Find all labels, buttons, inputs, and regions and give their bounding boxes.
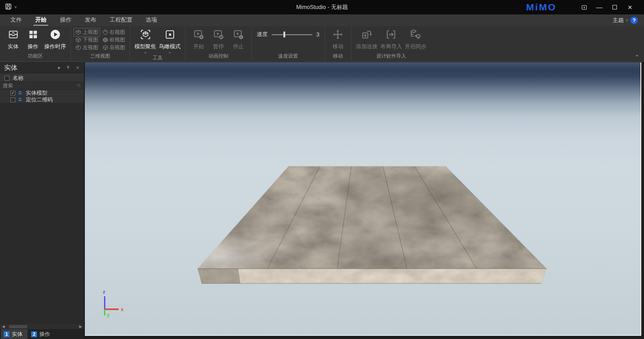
- name-header-row: 名称: [0, 74, 84, 82]
- minimize-button[interactable]: —: [592, 1, 607, 13]
- help-icon[interactable]: ?: [630, 17, 638, 24]
- quick-access-toolbar: ˅: [5, 3, 17, 12]
- group-label: 工具: [133, 54, 182, 63]
- group-label: 三维视图: [74, 52, 126, 61]
- name-header-label: 名称: [13, 74, 23, 82]
- move-button[interactable]: 移动: [328, 27, 348, 50]
- add-connection-button[interactable]: 添加连接: [355, 27, 379, 50]
- search-row: [0, 82, 84, 90]
- speed-label: 速度: [257, 31, 268, 38]
- select-all-checkbox[interactable]: [5, 76, 9, 81]
- enable-sync-button[interactable]: 开启同步: [403, 27, 428, 50]
- view-back-button[interactable]: 后视图: [101, 44, 127, 51]
- birdseye-mode-button[interactable]: 鸟瞰模式 ˅: [158, 27, 182, 54]
- move-arrows-icon: [332, 29, 343, 41]
- stop-badge-icon: [233, 29, 244, 41]
- maximize-button[interactable]: [607, 1, 622, 13]
- model-focus-button[interactable]: 模型聚焦 ˅: [133, 27, 158, 54]
- cube-icon: [75, 37, 81, 43]
- tree-item-label: 定位二维码: [26, 96, 53, 104]
- viewport-3d[interactable]: z x y: [85, 62, 641, 336]
- panel-tab-bar: 1 实体 2 操作: [0, 329, 84, 339]
- group-label: 设计软件导入: [355, 52, 428, 61]
- speed-slider-thumb[interactable]: [283, 32, 285, 37]
- birdseye-icon: [164, 29, 176, 41]
- tab-publish[interactable]: 发布: [78, 14, 103, 26]
- panel-dropdown-icon[interactable]: ▼: [57, 66, 61, 70]
- tab-home[interactable]: 开始: [28, 14, 53, 26]
- scroll-right-icon[interactable]: ▶: [77, 325, 84, 329]
- speed-value: 3: [316, 32, 320, 38]
- scroll-left-icon[interactable]: ◀: [0, 325, 7, 329]
- layout-import-icon: [385, 29, 397, 41]
- axis-gizmo: z x y: [97, 288, 125, 321]
- pin-icon[interactable]: [66, 65, 70, 71]
- cube-icon: [75, 45, 81, 50]
- ribbon-options-icon[interactable]: [576, 1, 592, 13]
- item-checkbox[interactable]: [10, 97, 15, 102]
- group-label: 动画控制: [189, 52, 248, 61]
- focus-cube-icon: [140, 29, 151, 41]
- group-function-area: 实体 操作 操作时序: [0, 26, 70, 61]
- speed-slider[interactable]: [272, 32, 312, 37]
- operation-panel-button[interactable]: 操作: [23, 27, 43, 50]
- ribbon-collapse-icon[interactable]: [635, 52, 639, 60]
- panel-tab-entity[interactable]: 1 实体: [1, 329, 28, 339]
- view-left-button[interactable]: 左视图: [74, 44, 100, 51]
- group-move: 移动 移动: [324, 26, 351, 61]
- view-front-button[interactable]: 前视图: [101, 36, 127, 44]
- tab-operation[interactable]: 操作: [53, 14, 78, 26]
- play-circle-icon: [50, 29, 61, 41]
- group-label: 移动: [328, 52, 348, 61]
- scrollbar-thumb[interactable]: [9, 325, 27, 328]
- search-icon: [77, 83, 81, 88]
- horizontal-scrollbar[interactable]: ◀ ▶: [0, 323, 84, 329]
- model-icon: [18, 90, 23, 96]
- cube-icon: [102, 29, 108, 35]
- axis-x-label: x: [121, 307, 124, 312]
- cube-icon: [75, 29, 81, 35]
- tab-project-config[interactable]: 工程配置: [103, 14, 139, 26]
- cube-icon: [102, 37, 108, 43]
- panel-close-icon[interactable]: [75, 65, 80, 71]
- save-icon[interactable]: [5, 3, 12, 12]
- group-label: 功能区: [3, 52, 67, 61]
- close-button[interactable]: ✕: [622, 1, 638, 13]
- menubar: 文件 开始 操作 发布 工程配置 选项 主题 ˅ ?: [0, 14, 644, 26]
- search-input[interactable]: [3, 83, 77, 88]
- play-badge-icon: [193, 29, 204, 41]
- view-bottom-button[interactable]: 下视图: [74, 36, 100, 44]
- slab-model[interactable]: [85, 63, 640, 335]
- model-icon: [18, 97, 23, 102]
- viewport-frame: z x y: [84, 62, 644, 339]
- view-right-button[interactable]: 右视图: [101, 28, 127, 36]
- axis-z-label: z: [103, 289, 105, 294]
- layout-import-button[interactable]: 布局导入: [379, 27, 403, 50]
- group-tools: 模型聚焦 ˅ 鸟瞰模式 ˅ 工具: [130, 26, 185, 61]
- qat-dropdown-icon[interactable]: ˅: [14, 5, 17, 9]
- group-animation-control: 开始 暂停: [185, 26, 251, 61]
- entity-drawer-icon: [8, 29, 19, 41]
- anim-stop-button[interactable]: 停止: [228, 27, 248, 50]
- pause-badge-icon: [213, 29, 224, 41]
- tree-item-locate-qrcode[interactable]: 定位二维码: [0, 96, 84, 103]
- anim-pause-button[interactable]: 暂停: [208, 27, 228, 50]
- theme-caret-icon[interactable]: ˅: [626, 18, 628, 23]
- add-connection-icon: [361, 29, 372, 41]
- tab-options[interactable]: 选项: [139, 14, 164, 26]
- entity-panel: 实体 ▼ 名称 ✓: [0, 62, 84, 339]
- grid-icon: [28, 29, 39, 41]
- entity-panel-button[interactable]: 实体: [3, 27, 23, 50]
- titlebar: ˅ MimoStudio - 无标题 MiMO — ✕: [0, 0, 644, 14]
- operation-sequence-button[interactable]: 操作时序: [43, 27, 67, 50]
- view-top-button[interactable]: 上视图: [74, 28, 100, 36]
- mimo-logo: MiMO: [526, 2, 556, 13]
- item-checkbox[interactable]: ✓: [10, 91, 15, 96]
- group-design-import: 添加连接 布局导入: [351, 26, 431, 61]
- theme-menu[interactable]: 主题: [613, 17, 624, 24]
- panel-tab-operation[interactable]: 2 操作: [28, 329, 55, 339]
- group-speed-settings: 速度 3 速度设置: [251, 26, 324, 61]
- tab-file[interactable]: 文件: [4, 14, 28, 26]
- anim-start-button[interactable]: 开始: [189, 27, 208, 50]
- ribbon: 实体 操作 操作时序: [0, 26, 644, 61]
